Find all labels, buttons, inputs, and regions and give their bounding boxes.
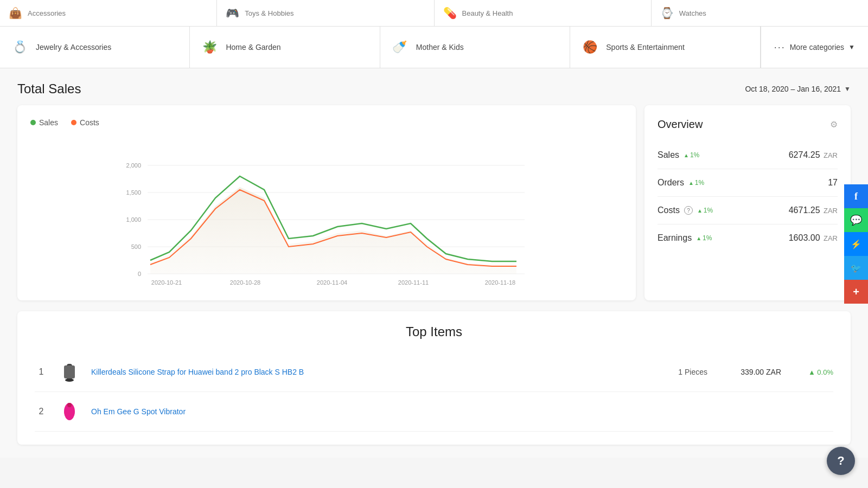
legend-sales: Sales (30, 118, 58, 127)
cat-home-garden[interactable]: 🪴 Home & Garden (190, 27, 380, 68)
overview-costs-left: Costs ? ▲ 1% (658, 206, 713, 215)
date-range-label: Oct 18, 2020 – Jan 16, 2021 (745, 85, 841, 93)
facebook-icon: f (854, 191, 858, 202)
top-item-1: 1 Killerdeals Silicone Strap for Huawei … (35, 352, 833, 392)
overview-earnings-left: Earnings ▲ 1% (658, 233, 712, 243)
svg-text:2020-10-28: 2020-10-28 (230, 279, 260, 286)
cat-top-beauty[interactable]: 💊 Beauty & Health (435, 0, 652, 26)
item-1-name[interactable]: Killerdeals Silicone Strap for Huawei ba… (91, 368, 655, 376)
overview-sales-value: 6274.25 ZAR (789, 150, 838, 160)
svg-text:500: 500 (131, 243, 141, 250)
item-1-price: 339.00 ZAR (716, 368, 781, 376)
svg-text:1,000: 1,000 (126, 216, 141, 223)
svg-rect-16 (64, 365, 75, 378)
costs-dot-icon (71, 120, 76, 125)
twitter-button[interactable]: 🐦 (844, 256, 868, 280)
cat-top-toys[interactable]: 🎮 Toys & Hobbies (217, 0, 434, 26)
plus-button[interactable]: + (844, 280, 868, 304)
gear-icon[interactable]: ⚙ (830, 119, 838, 130)
chart-svg: 0 500 1,000 1,500 2,000 2020-10-21 2020-… (30, 136, 623, 287)
overview-orders-row: Orders ▲ 1% 17 (658, 169, 838, 197)
top-items-title: Top Items (35, 324, 833, 339)
sales-dot-icon (30, 120, 36, 125)
overview-earnings-value: 1603.00 ZAR (789, 233, 838, 243)
overview-orders-value: 17 (828, 178, 838, 188)
home-garden-icon: 🪴 (199, 36, 220, 58)
item-1-image (56, 359, 82, 385)
overview-costs-label: Costs (658, 206, 680, 215)
whatsapp-icon: 💬 (850, 214, 862, 226)
cat-top-watches[interactable]: ⌚ Watches (652, 0, 868, 26)
top-category-bar: 👜 Accessories 🎮 Toys & Hobbies 💊 Beauty … (0, 0, 868, 27)
earnings-trend-value: 1% (703, 234, 712, 242)
overview-sales-left: Sales ▲ 1% (658, 150, 699, 160)
whatsapp-button[interactable]: 💬 (844, 208, 868, 232)
cat-jewelry[interactable]: 💍 Jewelry & Accessories (0, 27, 190, 68)
accessories-icon: 👜 (9, 7, 22, 20)
svg-text:2020-10-21: 2020-10-21 (151, 279, 182, 286)
main-content: Total Sales Oct 18, 2020 – Jan 16, 2021 … (0, 68, 868, 458)
overview-earnings-row: Earnings ▲ 1% 1603.00 ZAR (658, 224, 838, 252)
messenger-button[interactable]: ⚡ (844, 232, 868, 256)
more-categories-button[interactable]: ··· More categories ▼ (761, 27, 868, 68)
overview-sales-label: Sales (658, 150, 679, 160)
jewelry-icon: 💍 (9, 36, 30, 58)
watches-icon: ⌚ (660, 7, 674, 20)
page-wrapper: 👜 Accessories 🎮 Toys & Hobbies 💊 Beauty … (0, 0, 868, 458)
costs-fill-area (150, 187, 516, 274)
costs-trend-value: 1% (704, 207, 713, 214)
cat-top-accessories[interactable]: 👜 Accessories (0, 0, 217, 26)
cat-mother-kids-label: Mother & Kids (416, 42, 464, 52)
cat-home-garden-label: Home & Garden (226, 42, 280, 52)
svg-point-17 (65, 378, 74, 382)
svg-text:2020-11-04: 2020-11-04 (317, 279, 347, 286)
orders-trend-value: 1% (695, 179, 704, 187)
social-sidebar: f 💬 ⚡ 🐦 + (844, 184, 868, 304)
overview-header: Overview ⚙ (658, 118, 838, 131)
beauty-icon: 💊 (443, 7, 457, 20)
top-item-2: 2 Oh Em Gee G Spot Vibrator (35, 392, 833, 432)
facebook-button[interactable]: f (844, 184, 868, 208)
plus-icon: + (853, 286, 859, 298)
legend-costs-label: Costs (80, 118, 99, 127)
svg-text:2020-11-11: 2020-11-11 (398, 279, 429, 286)
costs-trend-arrow-icon: ▲ (697, 208, 703, 214)
overview-orders-trend: ▲ 1% (688, 179, 704, 187)
overview-orders-left: Orders ▲ 1% (658, 178, 704, 188)
twitter-icon: 🐦 (851, 263, 861, 273)
sports-icon: 🏀 (579, 36, 601, 58)
cat-mother-kids[interactable]: 🍼 Mother & Kids (380, 27, 570, 68)
cat-sports[interactable]: 🏀 Sports & Entertainment (570, 27, 760, 68)
date-range-selector[interactable]: Oct 18, 2020 – Jan 16, 2021 ▼ (745, 85, 851, 93)
sales-trend-arrow-icon: ▲ (684, 152, 689, 158)
orders-trend-arrow-icon: ▲ (688, 180, 694, 186)
main-category-bar: 💍 Jewelry & Accessories 🪴 Home & Garden … (0, 27, 868, 68)
cat-sports-label: Sports & Entertainment (606, 42, 685, 52)
sales-trend-value: 1% (690, 151, 699, 159)
cat-top-toys-label: Toys & Hobbies (245, 9, 293, 17)
item-2-image (56, 399, 82, 425)
item-2-rank: 2 (35, 407, 48, 416)
help-icon: ? (837, 454, 844, 458)
overview-costs-value: 4671.25 ZAR (789, 206, 838, 215)
svg-text:2,000: 2,000 (126, 162, 141, 169)
chart-card: Sales Costs (17, 105, 636, 300)
sales-header: Total Sales Oct 18, 2020 – Jan 16, 2021 … (17, 81, 851, 97)
item-1-trend: ▲ 0.0% (790, 368, 833, 376)
item-2-name[interactable]: Oh Em Gee G Spot Vibrator (91, 407, 833, 416)
legend-costs: Costs (71, 118, 99, 127)
overview-earnings-label: Earnings (658, 233, 692, 243)
svg-text:0: 0 (138, 271, 141, 277)
overview-costs-trend: ▲ 1% (697, 207, 713, 214)
cat-top-accessories-label: Accessories (28, 9, 66, 17)
cat-top-watches-label: Watches (679, 9, 706, 17)
costs-question-icon[interactable]: ? (684, 206, 693, 215)
chart-legend: Sales Costs (30, 118, 623, 127)
cat-jewelry-label: Jewelry & Accessories (36, 42, 111, 52)
overview-orders-label: Orders (658, 178, 684, 188)
overview-sales-row: Sales ▲ 1% 6274.25 ZAR (658, 142, 838, 169)
overview-title: Overview (658, 118, 703, 131)
overview-costs-row: Costs ? ▲ 1% 4671.25 ZAR (658, 197, 838, 224)
item-1-rank: 1 (35, 367, 48, 377)
overview-card: Overview ⚙ Sales ▲ 1% 6274.25 ZAR (644, 105, 851, 300)
